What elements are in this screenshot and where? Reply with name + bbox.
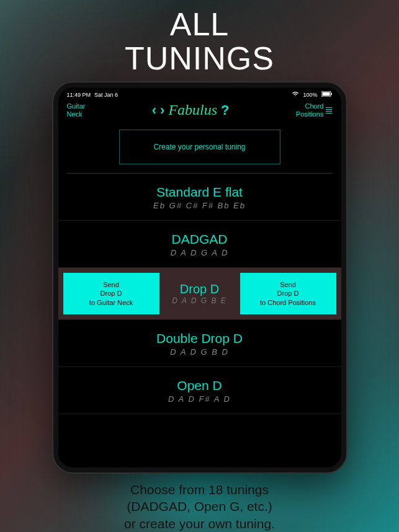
app-header: Guitar Neck ‹ › Fabulus ? Chord Position… bbox=[58, 99, 341, 123]
create-tuning-button[interactable]: Create your personal tuning bbox=[119, 130, 280, 164]
list-item[interactable]: Standard E flat Eb G# C# F# Bb Eb bbox=[58, 174, 341, 221]
tuning-notes: D A D F# A D bbox=[58, 394, 341, 404]
app-title-group: ‹ › Fabulus ? bbox=[152, 102, 230, 118]
prev-arrow-icon[interactable]: ‹ bbox=[152, 102, 156, 118]
footer-line3: or create your own tuning. bbox=[124, 515, 275, 532]
send-right-line3: to Chord Positions bbox=[260, 298, 316, 307]
status-time: 11:49 PM bbox=[67, 92, 91, 98]
svg-rect-2 bbox=[331, 93, 332, 95]
tuning-list[interactable]: Standard E flat Eb G# C# F# Bb Eb DADGAD… bbox=[58, 174, 341, 468]
svg-rect-1 bbox=[322, 92, 330, 96]
tuning-notes: D A D G B D bbox=[58, 347, 341, 357]
tuning-notes: Eb G# C# F# Bb Eb bbox=[58, 201, 341, 210]
send-to-chord-positions-button[interactable]: Send Drop D to Chord Positions bbox=[240, 273, 336, 314]
list-item[interactable]: Double Drop D D A D G B D bbox=[58, 320, 341, 367]
tablet-frame: 11:49 PM Sat Jan 6 100% Guitar Neck ‹ › … bbox=[53, 82, 346, 472]
tuning-name: Standard E flat bbox=[58, 185, 341, 200]
nav-right-text: Chord Positions bbox=[296, 102, 324, 118]
promo-title: ALL TUNINGS bbox=[125, 7, 274, 75]
list-item-selected: Send Drop D to Guitar Neck Drop D D A D … bbox=[58, 268, 341, 320]
nav-left-line2: Neck bbox=[67, 110, 86, 118]
next-arrow-icon[interactable]: › bbox=[160, 102, 164, 118]
status-date: Sat Jan 6 bbox=[94, 92, 118, 98]
tuning-name: Drop D bbox=[180, 282, 219, 296]
status-right: 100% bbox=[292, 91, 332, 98]
footer-line2: (DADGAD, Open G, etc.) bbox=[124, 498, 275, 515]
tuning-name: Open D bbox=[58, 378, 341, 393]
status-left: 11:49 PM Sat Jan 6 bbox=[67, 92, 119, 98]
battery-icon bbox=[321, 91, 333, 98]
hamburger-icon bbox=[326, 107, 332, 113]
promo-title-line2: TUNINGS bbox=[125, 42, 274, 76]
battery-percent: 100% bbox=[303, 92, 317, 98]
wifi-icon bbox=[292, 91, 299, 98]
list-item[interactable]: DADGAD D A D G A D bbox=[58, 221, 341, 268]
send-right-line1: Send bbox=[260, 280, 316, 289]
send-left-line2: Drop D bbox=[89, 289, 133, 298]
selected-tuning-center[interactable]: Drop D D A D G B E bbox=[163, 273, 236, 314]
tuning-name: Double Drop D bbox=[58, 331, 341, 346]
footer-line1: Choose from 18 tunings bbox=[124, 481, 275, 498]
nav-right-line1: Chord bbox=[296, 102, 324, 110]
chord-positions-nav[interactable]: Chord Positions bbox=[296, 102, 333, 118]
status-bar: 11:49 PM Sat Jan 6 100% bbox=[58, 87, 341, 99]
app-name: Fabulus bbox=[168, 102, 217, 118]
tuning-notes: D A D G A D bbox=[58, 248, 341, 257]
help-button[interactable]: ? bbox=[221, 102, 229, 118]
send-to-guitar-neck-button[interactable]: Send Drop D to Guitar Neck bbox=[63, 273, 159, 314]
send-left-line3: to Guitar Neck bbox=[89, 298, 133, 307]
guitar-neck-nav[interactable]: Guitar Neck bbox=[67, 102, 86, 118]
send-right-line2: Drop D bbox=[260, 289, 316, 298]
nav-left-line1: Guitar bbox=[67, 102, 86, 110]
nav-right-line2: Positions bbox=[296, 110, 324, 118]
tuning-name: DADGAD bbox=[58, 232, 341, 247]
create-label: Create your personal tuning bbox=[153, 143, 245, 151]
promo-footer: Choose from 18 tunings (DADGAD, Open G, … bbox=[124, 481, 275, 532]
send-left-line1: Send bbox=[89, 280, 133, 289]
tuning-notes: D A D G B E bbox=[172, 296, 226, 305]
promo-title-line1: ALL bbox=[125, 7, 274, 42]
list-item[interactable]: Open D D A D F# A D bbox=[58, 367, 341, 414]
